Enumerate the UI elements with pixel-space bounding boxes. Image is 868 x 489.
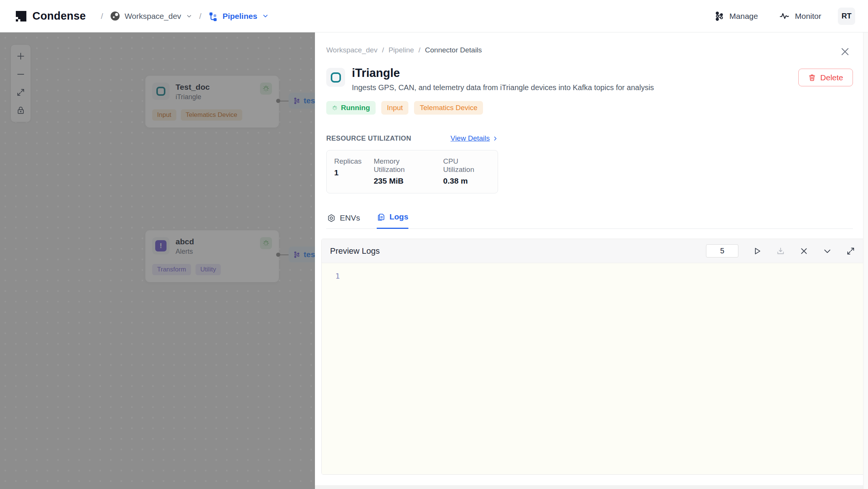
nav-item-monitor[interactable]: Monitor: [779, 11, 821, 21]
manage-label: Manage: [729, 12, 758, 21]
metric-value: 0.38 m: [443, 176, 490, 185]
workspace-name: Workspace_dev: [125, 12, 181, 21]
metric-replicas: Replicas 1: [334, 157, 362, 185]
breadcrumb-pipeline[interactable]: Pipeline: [388, 46, 414, 54]
category-badge: Telematics Device: [414, 101, 483, 115]
nav-item-manage[interactable]: Manage: [714, 11, 758, 21]
preview-logs-header: Preview Logs: [322, 239, 864, 263]
logs-doc-icon: [377, 213, 385, 221]
metric-memory: Memory Utilization 235 MiB: [374, 157, 431, 185]
metric-label: Memory Utilization: [374, 157, 431, 174]
log-line-number: 1: [335, 271, 340, 281]
panel-breadcrumb: Workspace_dev / Pipeline / Connector Det…: [326, 46, 853, 54]
expand-logs-button[interactable]: [846, 247, 855, 256]
pipelines-branch-icon: [208, 11, 218, 21]
running-label: Running: [341, 104, 370, 112]
workspace-globe-icon: [110, 11, 120, 21]
workspace-selector[interactable]: Workspace_dev: [110, 11, 193, 21]
preview-logs-title: Preview Logs: [330, 246, 380, 256]
download-icon: [776, 247, 785, 256]
log-output-area[interactable]: 1: [322, 263, 864, 474]
app-root: Condense / Workspace_dev / Pipelines: [0, 0, 868, 489]
monitor-pulse-icon: [779, 11, 790, 21]
monitor-label: Monitor: [795, 12, 821, 21]
connector-description: Ingests GPS, CAN, and telemetry data fro…: [352, 83, 654, 92]
tab-envs[interactable]: ENVs: [327, 213, 360, 229]
tab-envs-label: ENVs: [340, 213, 360, 222]
breadcrumb-separator: /: [101, 12, 103, 21]
breadcrumb-separator: /: [419, 46, 420, 54]
brand-name: Condense: [32, 10, 86, 22]
metric-label: Replicas: [334, 157, 362, 166]
delete-label: Delete: [820, 73, 843, 82]
resource-metrics-box: Replicas 1 Memory Utilization 235 MiB CP…: [326, 150, 498, 193]
pipelines-label: Pipelines: [223, 12, 257, 21]
play-icon: [753, 247, 762, 256]
status-badge-running: Running: [326, 101, 376, 115]
download-logs-button[interactable]: [776, 247, 785, 256]
close-icon: [799, 247, 808, 256]
log-lines-input[interactable]: [706, 244, 738, 258]
category-badge: Input: [381, 101, 408, 115]
preview-logs-card: Preview Logs: [321, 239, 865, 475]
tab-logs-label: Logs: [390, 212, 408, 221]
brand-logo[interactable]: Condense: [15, 10, 86, 22]
breadcrumb-separator: /: [382, 46, 384, 54]
collapse-logs-button[interactable]: [823, 247, 832, 256]
clear-logs-button[interactable]: [799, 247, 808, 256]
top-navigation-bar: Condense / Workspace_dev / Pipelines: [0, 0, 868, 32]
chevron-down-icon: [186, 13, 193, 20]
delete-button[interactable]: Delete: [798, 69, 853, 86]
manage-cluster-icon: [714, 11, 724, 21]
status-badges: Running Input Telematics Device: [326, 101, 853, 115]
resource-utilization-section: RESOURCE UTILIZATION View Details Replic…: [326, 134, 498, 193]
user-avatar[interactable]: RT: [838, 8, 855, 25]
connector-title: iTriangle: [352, 66, 654, 80]
logs-toolbar: [706, 244, 855, 258]
condense-logo-icon: [15, 10, 27, 22]
metric-cpu: CPU Utilization 0.38 m: [443, 157, 490, 185]
spinner-icon: [332, 105, 338, 111]
close-panel-button[interactable]: [839, 45, 851, 58]
trash-icon: [808, 74, 816, 81]
metric-value: 235 MiB: [374, 176, 431, 185]
canvas-dim-overlay[interactable]: [0, 32, 315, 489]
envs-hex-icon: [327, 214, 336, 222]
expand-icon: [846, 247, 855, 256]
connector-details-panel: Workspace_dev / Pipeline / Connector Det…: [315, 32, 868, 489]
panel-horizontal-scrollbar[interactable]: [315, 485, 863, 489]
connector-type-icon: [326, 68, 345, 87]
pipelines-selector[interactable]: Pipelines: [208, 11, 269, 21]
resource-heading: RESOURCE UTILIZATION: [326, 135, 411, 143]
panel-vertical-scrollbar[interactable]: [863, 32, 868, 489]
breadcrumb-separator: /: [199, 12, 202, 21]
chevron-down-icon: [262, 12, 269, 20]
chevron-down-icon: [823, 247, 832, 256]
breadcrumb-workspace[interactable]: Workspace_dev: [326, 46, 377, 54]
metric-label: CPU Utilization: [443, 157, 490, 174]
tab-logs[interactable]: Logs: [377, 212, 408, 229]
detail-tabs: ENVs Logs: [326, 212, 853, 229]
run-logs-button[interactable]: [753, 247, 762, 256]
metric-value: 1: [334, 168, 362, 177]
view-details-link[interactable]: View Details: [451, 134, 498, 143]
view-details-label: View Details: [451, 134, 490, 143]
chevron-right-icon: [492, 136, 498, 141]
breadcrumb-current: Connector Details: [425, 46, 482, 54]
close-icon: [840, 46, 850, 57]
